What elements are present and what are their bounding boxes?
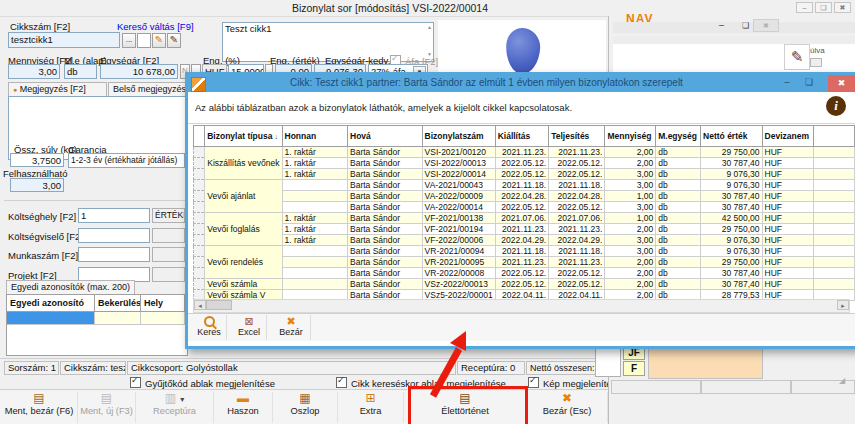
egysegar-input[interactable]: 10 678,00 (100, 64, 178, 79)
doc-table-row[interactable]: Vevői ajánlatBarta SándorVA-2021/0004320… (194, 180, 855, 191)
doc-table-row[interactable]: Vevői rendelésBarta SándorVR-2021/000942… (194, 246, 855, 257)
doc-cell[interactable]: Barta Sándor (348, 279, 423, 290)
toolbar-button-haszon[interactable]: ▬Haszon (214, 392, 273, 423)
doc-table-row[interactable]: Barta SándorVA-2022/000142022.05.12.2022… (194, 202, 855, 213)
doc-cell[interactable]: 29 750,00 (701, 257, 763, 268)
doc-cell[interactable]: db (656, 257, 701, 268)
doc-type-group-cell[interactable]: Vevői ajánlat (205, 180, 282, 213)
doc-table-row[interactable]: Barta SándorVA-2022/000092022.04.28.2022… (194, 191, 855, 202)
doc-cell[interactable]: 2022.04.28. (549, 191, 605, 202)
felhasznalhato-input[interactable]: 3,00 (10, 178, 64, 192)
doc-cell[interactable]: 2,00 (605, 279, 656, 290)
doc-cell[interactable]: 2021.11.18. (549, 180, 605, 191)
munkaszam-input[interactable] (78, 247, 150, 262)
doc-type-group-cell[interactable]: Vevői rendelés (205, 246, 282, 279)
minimize-icon[interactable]: – (713, 21, 730, 32)
cikkszam-input[interactable]: tesztcikk1 (8, 32, 120, 48)
row-selector[interactable] (194, 213, 205, 224)
doc-cell[interactable]: HUF (762, 246, 814, 257)
doc-col-header[interactable]: Honnan (282, 126, 347, 147)
doc-type-group-cell[interactable]: Vevői foglalás (205, 213, 282, 246)
egyedi-col-header[interactable]: Egyedi azonosító (7, 295, 95, 312)
doc-cell[interactable]: 1. raktár (282, 235, 347, 246)
doc-cell[interactable]: 2,00 (605, 257, 656, 268)
doc-cell[interactable]: HUF (762, 268, 814, 279)
doc-cell[interactable]: HUF (762, 235, 814, 246)
doc-cell[interactable]: VR-2021/00094 (422, 246, 495, 257)
doc-cell[interactable]: VA-2021/00043 (422, 180, 495, 191)
doc-cell[interactable]: HUF (762, 257, 814, 268)
row-selector[interactable] (194, 147, 205, 158)
doc-cell[interactable]: Barta Sándor (348, 246, 423, 257)
doc-cell[interactable]: HUF (762, 202, 814, 213)
toolbar-button-oszlop[interactable]: ▦Oszlop (273, 392, 338, 423)
gyujtokod-checkbox[interactable]: Gyűjtőkód ablak megjelenítése (130, 377, 275, 389)
close-icon[interactable]: ✖ (753, 19, 779, 32)
doc-cell[interactable]: 2022.05.12. (549, 279, 605, 290)
egyedi-cell[interactable] (141, 312, 185, 325)
doc-col-header[interactable]: Bizonylatszám (422, 126, 495, 147)
doc-cell[interactable]: 9 076,30 (701, 169, 763, 180)
doc-cell[interactable]: HUF (762, 180, 814, 191)
doc-cell[interactable]: 2022.05.12. (495, 202, 549, 213)
doc-cell[interactable]: 2022.04.29. (549, 235, 605, 246)
doc-cell[interactable]: 3,00 (605, 246, 656, 257)
pen-icon[interactable]: ✎ (167, 33, 181, 48)
row-selector[interactable] (194, 169, 205, 180)
doc-cell[interactable]: db (656, 191, 701, 202)
doc-cell[interactable]: Barta Sándor (348, 224, 423, 235)
doc-table-row[interactable]: 1. raktárBarta SándorVF-2021/001942021.1… (194, 224, 855, 235)
doc-cell[interactable]: 2022.05.12. (495, 268, 549, 279)
doc-cell[interactable]: 9 076,30 (701, 246, 763, 257)
doc-table-row[interactable]: Barta SándorVR-2022/000082022.05.12.2022… (194, 268, 855, 279)
doc-cell[interactable]: VSI-2021/00120 (422, 147, 495, 158)
doc-col-header[interactable]: Nettó érték (701, 126, 763, 147)
dialog-titlebar[interactable]: Cikk: Teszt cikk1 partner: Barta Sándor … (188, 75, 855, 92)
egyedi-col-header[interactable]: Hely (141, 295, 185, 312)
close-icon[interactable]: ✖ (834, 2, 851, 13)
scroll-left-icon[interactable]: ◂ (194, 300, 206, 310)
doc-col-header[interactable]: Teljesítés (549, 126, 605, 147)
doc-cell[interactable]: 2,00 (605, 268, 656, 279)
doc-cell[interactable]: Barta Sándor (348, 235, 423, 246)
egyedi-selected-cell[interactable] (7, 312, 95, 325)
doc-cell[interactable]: 30 787,40 (701, 202, 763, 213)
dialog-button-excel[interactable]: ⊠Excel (232, 315, 267, 340)
doc-cell[interactable] (814, 191, 855, 202)
row-selector[interactable] (194, 257, 205, 268)
doc-cell[interactable]: VF-2021/00138 (422, 213, 495, 224)
close-icon[interactable]: ✖ (828, 75, 855, 92)
doc-cell[interactable] (814, 180, 855, 191)
doc-cell[interactable]: 2021.11.18. (549, 246, 605, 257)
doc-cell[interactable]: db (656, 158, 701, 169)
toolbar-button-receptura[interactable]: ▥▾Receptúra (136, 392, 214, 423)
doc-cell[interactable]: HUF (762, 213, 814, 224)
doc-cell[interactable] (282, 246, 347, 257)
doc-cell[interactable]: 3,00 (605, 169, 656, 180)
doc-cell[interactable]: 2022.05.12. (549, 268, 605, 279)
doc-cell[interactable]: HUF (762, 191, 814, 202)
doc-cell[interactable]: Barta Sándor (348, 169, 423, 180)
doc-cell[interactable] (814, 279, 855, 290)
doc-cell[interactable]: 2021.11.23. (549, 147, 605, 158)
doc-cell[interactable]: VSI-2022/00013 (422, 158, 495, 169)
doc-cell[interactable]: db (656, 279, 701, 290)
doc-cell[interactable]: HUF (762, 158, 814, 169)
doc-cell[interactable]: Barta Sándor (348, 268, 423, 279)
koltseghely-input[interactable]: 1 (78, 208, 150, 223)
dialog-button-bezar[interactable]: ✖Bezár (272, 315, 311, 340)
doc-cell[interactable]: 2021.11.23. (549, 224, 605, 235)
scroll-up-icon[interactable]: ▲ (425, 25, 434, 30)
doc-cell[interactable]: HUF (762, 279, 814, 290)
doc-cell[interactable]: 2,00 (605, 158, 656, 169)
doc-cell[interactable]: 2021.11.23. (495, 224, 549, 235)
doc-cell[interactable]: 1. raktár (282, 158, 347, 169)
doc-cell[interactable] (282, 268, 347, 279)
row-selector[interactable] (194, 268, 205, 279)
doc-col-header[interactable]: M.egység (656, 126, 701, 147)
doc-cell[interactable]: 30 787,40 (701, 191, 763, 202)
doc-cell[interactable]: 2022.05.12. (495, 279, 549, 290)
doc-cell[interactable]: db (656, 213, 701, 224)
doc-cell[interactable]: HUF (762, 147, 814, 158)
doc-type-group-cell[interactable]: Vevői számla (205, 279, 282, 290)
